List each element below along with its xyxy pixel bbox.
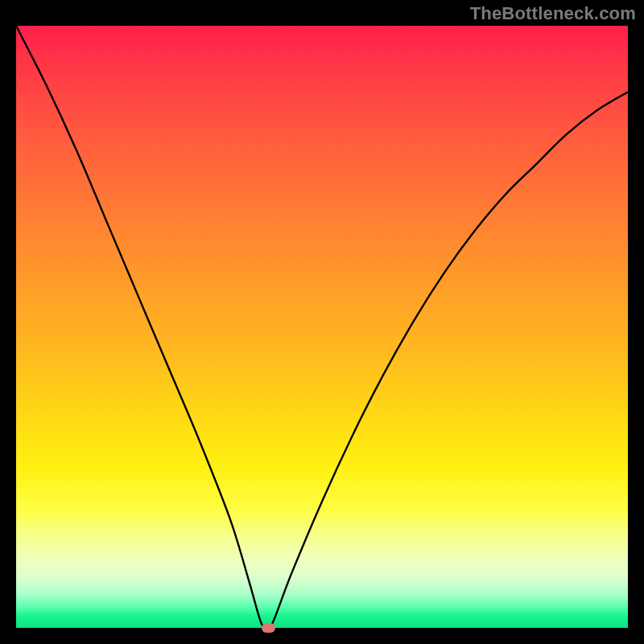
plot-area xyxy=(14,24,630,630)
watermark-text: TheBottleneck.com xyxy=(470,3,636,24)
bottleneck-curve-path xyxy=(16,26,628,628)
minimum-marker xyxy=(262,623,275,633)
curve-svg xyxy=(16,26,628,628)
chart-frame: TheBottleneck.com xyxy=(0,0,644,644)
